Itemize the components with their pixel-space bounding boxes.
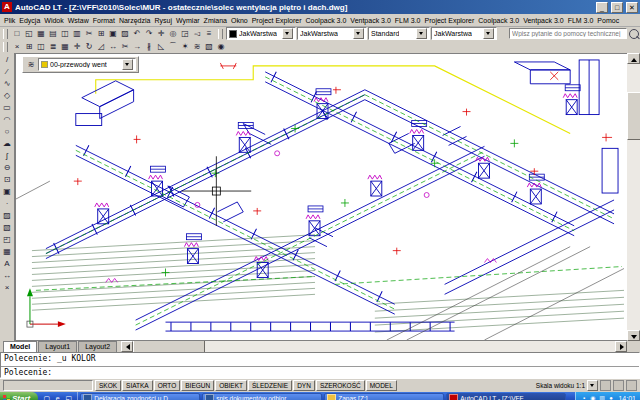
toolbar-button-make-current[interactable]: ◉ — [215, 41, 227, 53]
linetype-control-combo[interactable]: JakWarstwa — [297, 27, 367, 40]
toolbar-button-plot[interactable]: ▤ — [47, 28, 59, 40]
toolbar-button-rotate[interactable]: ↻ — [83, 41, 95, 53]
draw-tool-line[interactable]: / — [1, 54, 13, 66]
taskbar-task-word-doc-2[interactable]: spis dokumentów odbior... — [202, 393, 322, 400]
toolbar-button-stretch[interactable]: ↔ — [107, 41, 119, 53]
taskbar-task-autocad[interactable]: AutoCAD LT - [Z:\VFF... — [446, 393, 566, 400]
chevron-down-icon[interactable] — [122, 59, 133, 70]
tray-icon-display[interactable]: ▪ — [580, 395, 587, 400]
status-toggle[interactable]: ORTO — [154, 380, 181, 391]
draw-tool-revision-cloud[interactable]: ☁ — [1, 138, 13, 150]
tray-icon-network[interactable]: ▥ — [598, 395, 605, 400]
toolbar-button-publish[interactable]: ▥ — [71, 28, 83, 40]
toolbar-button-paste[interactable]: ▣ — [107, 28, 119, 40]
color-control-combo[interactable]: JakWarstwa — [226, 27, 296, 40]
draw-tool-rectangle[interactable]: ▭ — [1, 102, 13, 114]
tab-layout2[interactable]: Layout2 — [78, 341, 117, 352]
menu-item[interactable]: Project Explorer — [423, 17, 477, 24]
draw-tool-dimension[interactable]: ↔ — [1, 270, 13, 282]
tab-layout1[interactable]: Layout1 — [38, 341, 77, 352]
horizontal-scrollbar[interactable] — [121, 341, 627, 352]
maximize-button[interactable]: □ — [611, 2, 623, 13]
draw-tool-multiline-text[interactable]: A — [1, 258, 13, 270]
minimize-button[interactable]: _ — [596, 2, 608, 13]
menu-item[interactable]: Ventpack 3.0 — [521, 17, 565, 24]
draw-tool-ellipse[interactable]: ⊖ — [1, 162, 13, 174]
toolbar-button-zoom-previous[interactable]: ◅ — [191, 28, 203, 40]
toolbar-button-zoom-window[interactable]: ◲ — [179, 28, 191, 40]
draw-tool-polygon[interactable]: ◇ — [1, 90, 13, 102]
toolbar-button-array[interactable]: ▦ — [59, 41, 71, 53]
toolbar-button-extend[interactable]: → — [131, 41, 143, 53]
toolbar-button-fillet[interactable]: ⌒ — [167, 41, 179, 53]
quick-launch-show-desktop[interactable]: ▢ — [42, 394, 51, 400]
toolbar-button-cut[interactable]: ✂ — [83, 28, 95, 40]
scroll-left-icon[interactable] — [121, 341, 133, 352]
draw-tool-arc[interactable]: ◠ — [1, 114, 13, 126]
menu-item[interactable]: Zmiana — [202, 17, 229, 24]
vertical-scroll-thumb[interactable] — [627, 92, 640, 140]
search-icon[interactable] — [629, 29, 639, 39]
autoscale-icon[interactable] — [613, 380, 624, 391]
toolbar-button-undo[interactable]: ↶ — [131, 28, 143, 40]
menu-item[interactable]: Wymiar — [174, 17, 202, 24]
lineweight-control-combo[interactable]: JakWarstwa — [431, 27, 497, 40]
scroll-down-icon[interactable] — [627, 330, 640, 341]
quick-launch-internet-explorer[interactable]: e — [53, 394, 62, 400]
command-prompt[interactable]: Polecenie: — [1, 367, 639, 377]
toolbar-button-move[interactable]: ✛ — [71, 41, 83, 53]
toolbar-button-scale[interactable]: ◿ — [95, 41, 107, 53]
toolbar-button-layers[interactable]: ≋ — [191, 41, 203, 53]
menu-item[interactable]: Narzędzia — [117, 17, 153, 24]
draw-tool-insert-block[interactable]: ⊡ — [1, 174, 13, 186]
menu-item[interactable]: Rysuj — [152, 17, 174, 24]
draw-tool-polyline[interactable]: ∿ — [1, 78, 13, 90]
annotation-visibility-icon[interactable] — [600, 380, 611, 391]
draw-tool-construction-line[interactable]: ⁄ — [1, 66, 13, 78]
toolbar-button-match-properties[interactable]: ▨ — [119, 28, 131, 40]
status-toggle[interactable]: SZEROKOŚĆ — [316, 380, 365, 391]
toolbar-grip[interactable] — [218, 29, 223, 39]
chevron-down-icon[interactable] — [416, 28, 427, 39]
toolbar-button-redo[interactable]: ↷ — [143, 28, 155, 40]
menu-item[interactable]: Widok — [42, 17, 65, 24]
menu-item[interactable]: FLM 3.0 — [393, 17, 423, 24]
text-style-control-combo[interactable]: Standard — [368, 27, 430, 40]
scroll-up-icon[interactable] — [627, 53, 640, 64]
quick-launch-file-explorer[interactable]: ◱ — [64, 394, 73, 400]
toolbar-button-chamfer[interactable]: ◺ — [155, 41, 167, 53]
chevron-down-icon[interactable] — [282, 28, 293, 39]
help-search-input[interactable] — [509, 28, 627, 39]
toolbar-button-erase[interactable]: × — [11, 41, 23, 53]
draw-tool-point[interactable]: · — [1, 198, 13, 210]
status-toggle[interactable]: SIATKA — [122, 380, 153, 391]
menu-item[interactable]: Coolpack 3.0 — [476, 17, 521, 24]
menu-item[interactable]: Project Explorer — [250, 17, 304, 24]
toolbar-button-zoom-realtime[interactable]: ◎ — [167, 28, 179, 40]
draw-tool-hatch[interactable]: ▨ — [1, 210, 13, 222]
toolbar-button-mirror[interactable]: ◫ — [35, 41, 47, 53]
toolbar-button-copy[interactable]: ⊞ — [95, 28, 107, 40]
draw-tool-erase[interactable]: × — [1, 282, 13, 294]
close-button[interactable]: ✕ — [626, 2, 638, 13]
chevron-down-icon[interactable] — [483, 28, 494, 39]
toolbar-button-trim[interactable]: ✂ — [119, 41, 131, 53]
menu-item[interactable]: Ventpack 3.0 — [348, 17, 392, 24]
draw-tool-circle[interactable]: ○ — [1, 126, 13, 138]
toolbar-button-properties[interactable]: ≡ — [203, 28, 215, 40]
command-window[interactable]: Polecenie: _u KOLOR Polecenie: — [0, 352, 640, 378]
status-toggle[interactable]: ŚLEDZENIE — [248, 380, 292, 391]
toolbar-button-layer-states[interactable]: ▧ — [203, 41, 215, 53]
menu-item[interactable]: Format — [91, 17, 117, 24]
status-toggle[interactable]: SKOK — [95, 380, 121, 391]
menu-item[interactable]: Edycja — [17, 17, 42, 24]
status-toggle[interactable]: OBIEKT — [215, 380, 247, 391]
tray-icon-antivirus[interactable]: ● — [607, 395, 614, 400]
status-menu-icon[interactable] — [626, 380, 637, 391]
start-button[interactable]: Start — [0, 392, 38, 400]
chevron-down-icon[interactable] — [353, 28, 364, 39]
draw-tool-spline[interactable]: ʃ — [1, 150, 13, 162]
draw-tool-gradient[interactable]: ▧ — [1, 222, 13, 234]
toolbar-button-plot-preview[interactable]: ◫ — [59, 28, 71, 40]
taskbar-task-explorer-window[interactable]: Zapas [Z:] — [324, 393, 444, 400]
